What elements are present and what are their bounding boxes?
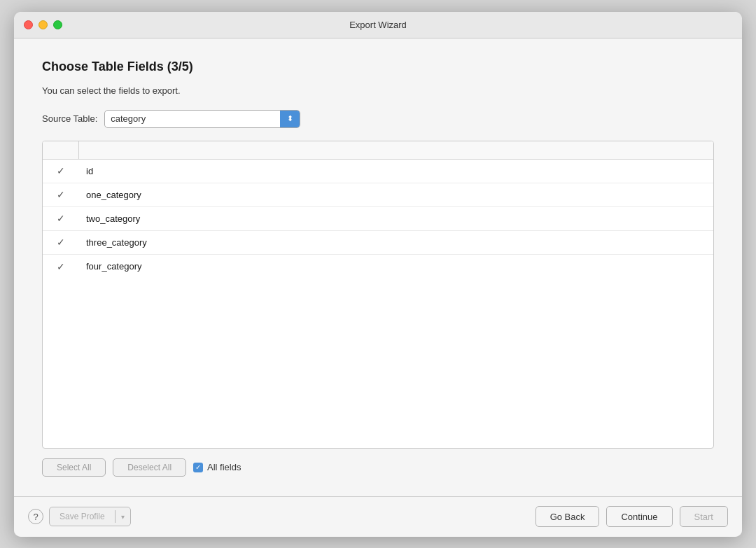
source-table-value: category xyxy=(105,110,280,128)
field-name: one_category xyxy=(79,190,713,200)
start-button[interactable]: Start xyxy=(680,506,728,527)
main-content: Choose Table Fields (3/5) You can select… xyxy=(14,38,742,496)
help-button[interactable]: ? xyxy=(28,509,43,524)
close-button[interactable] xyxy=(24,20,33,29)
footer-left: ? Save Profile ▾ xyxy=(28,507,131,526)
source-table-select[interactable]: category ⬍ xyxy=(104,110,300,128)
footer: ? Save Profile ▾ Go Back Continue Start xyxy=(14,496,742,537)
minimize-button[interactable] xyxy=(38,20,48,29)
source-table-row: Source Table: category ⬍ xyxy=(42,110,714,128)
deselect-all-button[interactable]: Deselect All xyxy=(113,458,186,477)
fields-list: ✓id✓one_category✓two_category✓three_cate… xyxy=(43,160,713,448)
fields-table: ✓id✓one_category✓two_category✓three_cate… xyxy=(42,141,714,449)
export-wizard-window: Export Wizard Choose Table Fields (3/5) … xyxy=(14,12,742,537)
table-row: ✓three_category xyxy=(43,231,713,255)
field-name: three_category xyxy=(79,237,713,248)
save-profile-group: Save Profile ▾ xyxy=(49,507,131,526)
footer-right: Go Back Continue Start xyxy=(536,506,728,527)
field-checkbox[interactable]: ✓ xyxy=(43,213,79,224)
field-name: four_category xyxy=(79,261,713,272)
save-profile-button[interactable]: Save Profile xyxy=(50,507,115,526)
source-table-label: Source Table: xyxy=(42,113,97,124)
header-name-col xyxy=(79,141,713,159)
bottom-controls: Select All Deselect All ✓ All fields xyxy=(42,449,714,482)
field-checkbox[interactable]: ✓ xyxy=(43,189,79,200)
field-checkbox[interactable]: ✓ xyxy=(43,165,79,176)
save-profile-dropdown-button[interactable]: ▾ xyxy=(115,507,130,526)
titlebar: Export Wizard xyxy=(14,12,742,38)
field-name: two_category xyxy=(79,213,713,224)
source-table-arrow-icon: ⬍ xyxy=(280,111,300,127)
table-row: ✓two_category xyxy=(43,207,713,231)
description-text: You can select the fields to export. xyxy=(42,85,714,96)
fields-table-header xyxy=(43,141,713,160)
go-back-button[interactable]: Go Back xyxy=(536,506,600,527)
all-fields-checkbox[interactable]: ✓ xyxy=(193,463,203,472)
window-title: Export Wizard xyxy=(349,20,407,30)
maximize-button[interactable] xyxy=(53,20,62,29)
header-checkbox-col xyxy=(43,141,79,159)
page-title: Choose Table Fields (3/5) xyxy=(42,59,714,74)
field-checkbox[interactable]: ✓ xyxy=(43,237,79,248)
titlebar-buttons xyxy=(24,20,62,29)
field-name: id xyxy=(79,166,713,176)
continue-button[interactable]: Continue xyxy=(606,506,672,527)
select-all-button[interactable]: Select All xyxy=(42,458,106,477)
all-fields-label[interactable]: ✓ All fields xyxy=(193,462,241,472)
table-row: ✓four_category xyxy=(43,255,713,279)
table-row: ✓id xyxy=(43,160,713,183)
all-fields-text: All fields xyxy=(207,462,241,472)
table-row: ✓one_category xyxy=(43,183,713,207)
field-checkbox[interactable]: ✓ xyxy=(43,261,79,272)
